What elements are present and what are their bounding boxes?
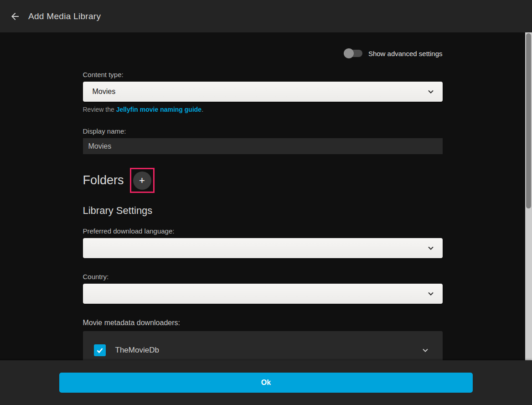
display-name-label: Display name: xyxy=(83,127,443,135)
helper-prefix: Review the xyxy=(83,106,116,113)
folders-section: Folders + xyxy=(83,168,443,193)
header-bar: Add Media Library xyxy=(0,0,532,32)
library-settings-heading: Library Settings xyxy=(83,205,443,217)
form-scroll-area: Show advanced settings Content type: Mov… xyxy=(0,32,525,360)
add-folder-circle: + xyxy=(133,171,151,190)
content-type-label: Content type: xyxy=(83,71,443,78)
folders-heading: Folders xyxy=(83,173,124,187)
scrollbar-thumb[interactable] xyxy=(526,33,531,208)
back-button[interactable] xyxy=(5,6,25,26)
footer-bar: Ok xyxy=(0,360,532,405)
chevron-down-icon xyxy=(427,244,435,252)
arrow-left-icon xyxy=(10,11,21,22)
naming-guide-link[interactable]: Jellyfin movie naming guide xyxy=(116,106,201,113)
chevron-down-icon xyxy=(427,290,435,298)
vertical-scrollbar[interactable] xyxy=(525,32,532,360)
row-expand-control[interactable] xyxy=(421,346,430,355)
helper-suffix: . xyxy=(201,106,203,113)
content-type-select[interactable]: Movies xyxy=(83,82,443,102)
display-name-input[interactable] xyxy=(83,138,443,154)
preferred-language-select[interactable] xyxy=(83,238,443,258)
chevron-down-icon xyxy=(421,346,430,355)
plus-icon: + xyxy=(139,176,145,186)
add-folder-button[interactable]: + xyxy=(130,168,155,193)
themoviedb-checkbox[interactable] xyxy=(94,344,106,356)
themoviedb-label: TheMovieDb xyxy=(115,346,159,355)
metadata-downloaders-label: Movie metadata downloaders: xyxy=(83,319,443,327)
country-label: Country: xyxy=(83,273,443,280)
naming-guide-helper: Review the Jellyfin movie naming guide. xyxy=(83,106,443,113)
check-icon xyxy=(96,346,104,354)
preferred-language-label: Preferred download language: xyxy=(83,227,443,235)
advanced-settings-row: Show advanced settings xyxy=(83,32,443,58)
metadata-downloader-row: TheMovieDb xyxy=(83,331,443,356)
chevron-down-icon xyxy=(427,88,435,96)
add-media-library-page: Add Media Library Show advanced settings… xyxy=(0,0,532,405)
country-select[interactable] xyxy=(83,284,443,304)
metadata-downloader-panel: TheMovieDb xyxy=(83,331,443,360)
content-type-value: Movies xyxy=(93,88,427,96)
page-title: Add Media Library xyxy=(28,11,101,21)
toggle-knob xyxy=(344,48,354,58)
advanced-settings-label: Show advanced settings xyxy=(368,50,443,57)
advanced-settings-toggle[interactable] xyxy=(344,48,362,58)
ok-button[interactable]: Ok xyxy=(59,373,473,393)
